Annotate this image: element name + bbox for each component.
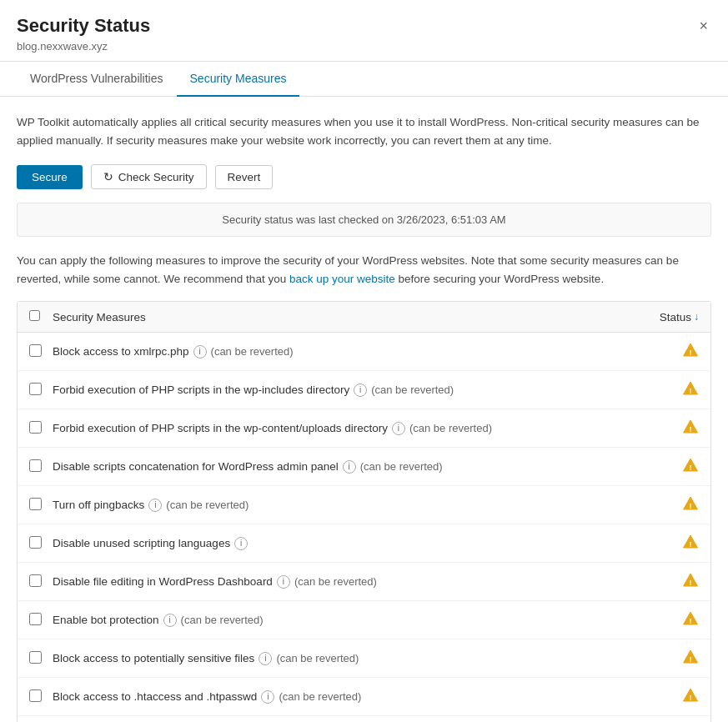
can-revert-turn-off-pingbacks: (can be reverted): [166, 499, 249, 511]
select-all-checkbox[interactable]: [29, 310, 40, 321]
svg-text:!: !: [690, 540, 692, 549]
info-icon-bot-protection[interactable]: i: [163, 614, 177, 627]
warning-icon: !: [682, 572, 699, 589]
warning-icon: !: [682, 457, 699, 474]
row-checkbox-cell: [29, 536, 53, 551]
table-rows-container: Block access to xmlrpc.phpi(can be rever…: [18, 333, 710, 722]
checkbox-disable-scripting-languages[interactable]: [29, 536, 42, 549]
row-label-bot-protection: Enable bot protectioni(can be reverted): [53, 614, 632, 627]
can-revert-forbid-php-uploads: (can be reverted): [409, 422, 492, 434]
checkbox-forbid-php-uploads[interactable]: [29, 421, 42, 434]
row-label-disable-file-editing: Disable file editing in WordPress Dashbo…: [53, 575, 632, 589]
page-title: Security Status: [17, 15, 150, 37]
revert-button[interactable]: Revert: [215, 165, 274, 189]
row-text-block-sensitive-files: Block access to potentially sensitive fi…: [53, 652, 254, 664]
table-row: Disable unused scripting languagesi !: [18, 524, 710, 563]
checkbox-turn-off-pingbacks[interactable]: [29, 498, 42, 510]
row-checkbox-cell: [29, 498, 53, 513]
refresh-icon: ↻: [103, 170, 113, 183]
row-status-block-sensitive-files: !: [632, 649, 699, 668]
row-status-disable-scripting-languages: !: [632, 534, 699, 553]
secure-button[interactable]: Secure: [17, 165, 83, 189]
row-label-disable-scripting-languages: Disable unused scripting languagesi: [53, 537, 632, 550]
row-text-forbid-php-includes: Forbid execution of PHP scripts in the w…: [53, 384, 349, 396]
can-revert-bot-protection: (can be reverted): [181, 614, 264, 626]
site-subtitle: blog.nexxwave.xyz: [17, 40, 150, 53]
row-status-turn-off-pingbacks: !: [632, 495, 699, 514]
svg-text:!: !: [690, 425, 692, 434]
svg-text:!: !: [690, 502, 692, 510]
checkbox-disable-scripts-concat[interactable]: [29, 459, 42, 472]
row-label-forbid-php-includes: Forbid execution of PHP scripts in the w…: [53, 384, 632, 397]
row-text-turn-off-pingbacks: Turn off pingbacks: [53, 499, 144, 511]
row-label-disable-scripts-concat: Disable scripts concatenation for WordPr…: [53, 460, 632, 474]
warning-icon: !: [682, 649, 699, 665]
warning-icon: !: [682, 610, 699, 627]
info-icon-block-sensitive-files[interactable]: i: [259, 652, 272, 665]
row-text-forbid-php-uploads: Forbid execution of PHP scripts in the w…: [53, 422, 388, 434]
table-row: Block author scansi(can be reverted) !: [18, 716, 710, 722]
checkbox-block-htaccess[interactable]: [29, 689, 42, 702]
close-button[interactable]: ×: [695, 15, 711, 37]
info-icon-block-xmlrpc[interactable]: i: [193, 345, 207, 358]
header-status-label: Status ↓: [632, 311, 699, 323]
row-status-block-htaccess: !: [632, 687, 699, 706]
info-icon-turn-off-pingbacks[interactable]: i: [148, 499, 162, 512]
checkbox-bot-protection[interactable]: [29, 613, 42, 625]
table-row: Disable file editing in WordPress Dashbo…: [18, 563, 710, 601]
row-text-disable-scripting-languages: Disable unused scripting languages: [53, 537, 230, 549]
svg-text:!: !: [690, 464, 692, 472]
info-text: You can apply the following measures to …: [17, 252, 711, 288]
table-row: Forbid execution of PHP scripts in the w…: [18, 371, 710, 409]
table-header: Security Measures Status ↓: [18, 302, 710, 333]
warning-icon: !: [682, 687, 699, 704]
can-revert-forbid-php-includes: (can be reverted): [371, 384, 454, 396]
table-row: Forbid execution of PHP scripts in the w…: [18, 409, 710, 448]
table-row: Block access to .htaccess and .htpasswdi…: [18, 678, 710, 716]
svg-text:!: !: [690, 387, 692, 395]
svg-text:!: !: [690, 348, 692, 357]
can-revert-block-htaccess: (can be reverted): [279, 690, 361, 703]
row-status-forbid-php-uploads: !: [632, 419, 699, 438]
checkbox-block-sensitive-files[interactable]: [29, 651, 42, 664]
info-icon-disable-file-editing[interactable]: i: [277, 575, 290, 589]
info-icon-forbid-php-includes[interactable]: i: [354, 384, 367, 397]
svg-text:!: !: [690, 579, 692, 587]
sort-icon[interactable]: ↓: [694, 311, 699, 323]
row-checkbox-cell: [29, 459, 53, 474]
action-bar: Secure ↻ Check Security Revert: [17, 164, 711, 189]
warning-icon: !: [682, 380, 699, 397]
checkbox-forbid-php-includes[interactable]: [29, 383, 42, 395]
row-checkbox-cell: [29, 613, 53, 628]
row-status-forbid-php-includes: !: [632, 380, 699, 399]
row-text-disable-file-editing: Disable file editing in WordPress Dashbo…: [53, 575, 273, 588]
tabs-bar: WordPress Vulnerabilities Security Measu…: [0, 62, 728, 97]
row-label-forbid-php-uploads: Forbid execution of PHP scripts in the w…: [53, 422, 632, 435]
tab-wp-vulnerabilities[interactable]: WordPress Vulnerabilities: [17, 62, 177, 97]
info-icon-block-htaccess[interactable]: i: [261, 690, 274, 704]
warning-icon: !: [682, 534, 699, 550]
can-revert-disable-scripts-concat: (can be reverted): [360, 460, 443, 473]
warning-icon: !: [682, 419, 699, 435]
checkbox-block-xmlrpc[interactable]: [29, 344, 42, 357]
check-security-button[interactable]: ↻ Check Security: [91, 164, 207, 189]
header-left: Security Status blog.nexxwave.xyz: [17, 15, 150, 53]
info-icon-forbid-php-uploads[interactable]: i: [392, 422, 405, 435]
info-icon-disable-scripts-concat[interactable]: i: [343, 460, 356, 474]
header: Security Status blog.nexxwave.xyz ×: [0, 0, 728, 62]
row-label-block-htaccess: Block access to .htaccess and .htpasswdi…: [53, 690, 632, 704]
status-banner: Security status was last checked on 3/26…: [17, 203, 711, 237]
row-label-block-xmlrpc: Block access to xmlrpc.phpi(can be rever…: [53, 345, 632, 358]
row-checkbox-cell: [29, 383, 53, 398]
backup-link[interactable]: back up your website: [289, 273, 395, 285]
info-text-after: before securing your WordPress website.: [399, 273, 605, 285]
info-icon-disable-scripting-languages[interactable]: i: [234, 537, 248, 550]
check-security-label: Check Security: [118, 171, 194, 183]
row-text-bot-protection: Enable bot protection: [53, 614, 159, 626]
checkbox-disable-file-editing[interactable]: [29, 574, 42, 587]
status-label-text: Status: [660, 311, 691, 323]
row-checkbox-cell: [29, 344, 53, 359]
security-measures-table: Security Measures Status ↓ Block access …: [17, 301, 711, 722]
tab-security-measures[interactable]: Security Measures: [177, 62, 300, 97]
description-text: WP Toolkit automatically applies all cri…: [17, 113, 711, 149]
